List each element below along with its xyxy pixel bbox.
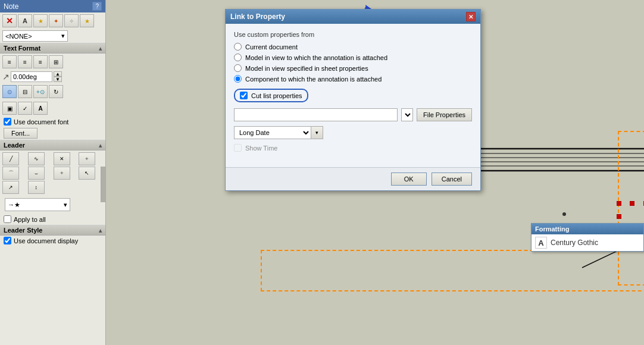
radio-model-view-input[interactable]: [234, 54, 242, 61]
dialog-body: Use custom properties from Current docum…: [226, 24, 480, 167]
rotate-button[interactable]: ↻: [49, 85, 63, 98]
text-format-toolbar: ≡ ≡ ≡ ⊞: [0, 54, 105, 70]
ok-button[interactable]: OK: [391, 172, 427, 186]
align-left-button[interactable]: ≡: [2, 55, 17, 68]
align-justify-button[interactable]: ⊞: [49, 55, 63, 68]
radio-model-view-label: Model in view to which the annotation is…: [245, 54, 387, 61]
radio-component-input[interactable]: [234, 75, 242, 83]
leader-btn-1[interactable]: ╱: [2, 152, 19, 165]
angle-spin-up[interactable]: ▲: [54, 71, 62, 77]
style-section-header: Text Format ▴: [0, 43, 105, 54]
property-input[interactable]: [234, 108, 398, 121]
radio-component-label: Component to which the annotation is att…: [245, 76, 382, 83]
leader-btn-8[interactable]: ↖: [79, 167, 95, 180]
angle-input[interactable]: [11, 71, 52, 82]
leader-btn-9[interactable]: ↗: [2, 181, 19, 194]
orange-rect-bottom: [261, 250, 644, 291]
align-center-button[interactable]: ≡: [18, 55, 32, 68]
main-canvas: Link to Property ✕ Use custom properties…: [106, 0, 644, 345]
cut-list-checkbox[interactable]: [240, 92, 248, 99]
leader-btn-3[interactable]: ✕: [54, 152, 70, 165]
formatting-panel: Formatting A Century Gothic: [531, 223, 644, 252]
formatting-title: Formatting: [532, 224, 643, 234]
leader-collapse-arrow[interactable]: ▴: [99, 142, 102, 149]
tool-star2-button[interactable]: ✦: [49, 14, 63, 27]
font-icon: A: [535, 237, 547, 249]
radio-current-doc[interactable]: Current document: [234, 43, 472, 51]
font-button[interactable]: Font...: [4, 128, 37, 139]
leader-btn-6[interactable]: ⌣: [28, 167, 45, 180]
leader-btn-5[interactable]: ⌒: [2, 167, 19, 180]
tool-a-button[interactable]: A: [18, 14, 32, 27]
cut-list-label: Cut list properties: [251, 92, 302, 99]
stack-button[interactable]: ⊟: [18, 85, 32, 98]
leader-style-collapse-arrow[interactable]: ▴: [99, 227, 102, 234]
angle-icon: ↗: [2, 72, 10, 81]
apply-to-all-checkbox[interactable]: [4, 215, 11, 223]
sidebar-scroll[interactable]: [101, 167, 105, 202]
angle-spin-down[interactable]: ▼: [54, 77, 62, 82]
radio-model-view[interactable]: Model in view to which the annotation is…: [234, 54, 472, 61]
tool-star4-button[interactable]: ★: [80, 14, 94, 27]
arrow-dropdown[interactable]: →★ ▾: [5, 198, 70, 211]
date-dropdown-button[interactable]: ▾: [311, 126, 323, 139]
note-header: Note ?: [0, 0, 105, 12]
format-toolbar-2: ⊙ ⊟ +⊙ ↻: [0, 83, 105, 100]
none-row: <NONE> ▾: [0, 29, 105, 43]
cancel-button[interactable]: Cancel: [432, 172, 472, 186]
sidebar: Note ? ✕ A ★ ✦ ✧ ★ <NONE> ▾ Text Format …: [0, 0, 106, 345]
style-dropdown-arrow: ▾: [61, 32, 65, 40]
style-dropdown-label: <NONE>: [5, 33, 32, 40]
orange-rect-right: [618, 131, 644, 286]
sel-dot-5: [617, 214, 621, 219]
radio-model-sheet-input[interactable]: [234, 64, 242, 72]
check-button[interactable]: ✓: [18, 102, 32, 115]
leader-btn-7[interactable]: ✦: [54, 167, 70, 180]
show-time-row: Show Time: [234, 144, 472, 152]
close-button[interactable]: ✕: [2, 14, 17, 27]
tool-star1-button[interactable]: ★: [33, 14, 48, 27]
radio-current-doc-input[interactable]: [234, 43, 242, 51]
text-button[interactable]: A: [33, 102, 48, 115]
apply-to-all-row: Apply to all: [0, 214, 105, 225]
use-doc-font-checkbox[interactable]: [4, 118, 11, 126]
box-button[interactable]: ▣: [2, 102, 17, 115]
radio-current-doc-label: Current document: [245, 43, 298, 51]
style-collapse-arrow[interactable]: ▴: [99, 45, 102, 52]
arrow-icon: →★: [8, 201, 20, 209]
show-time-checkbox[interactable]: [234, 144, 242, 152]
use-doc-display-checkbox[interactable]: [4, 237, 11, 244]
format-toolbar-3: ▣ ✓ A: [0, 100, 105, 117]
file-properties-button[interactable]: File Properties: [417, 108, 472, 121]
use-doc-font-row: Use document font: [0, 117, 105, 127]
apply-to-all-label: Apply to all: [14, 216, 46, 223]
leader-style-label: Leader Style: [4, 227, 42, 234]
leader-btn-4[interactable]: ✦: [79, 152, 95, 165]
style-dropdown[interactable]: <NONE> ▾: [2, 30, 68, 42]
leader-section-header: Leader ▴: [0, 140, 105, 150]
arrow-dropdown-arrow: ▾: [64, 201, 67, 209]
link-button[interactable]: ⊙: [2, 85, 17, 98]
dialog-close-button[interactable]: ✕: [466, 12, 476, 21]
leader-btn-2[interactable]: ∿: [28, 152, 45, 165]
style-section-label: Text Format: [4, 45, 40, 52]
tool-star3-button[interactable]: ✧: [64, 14, 79, 27]
leader-btn-10[interactable]: ↕: [28, 181, 45, 194]
cut-list-row: Cut list properties: [234, 89, 308, 102]
note-title: Note: [4, 2, 18, 11]
radio-model-sheet[interactable]: Model in view specified in sheet propert…: [234, 64, 472, 72]
help-button[interactable]: ?: [92, 2, 102, 11]
align-right-button[interactable]: ≡: [33, 55, 48, 68]
date-format-select[interactable]: Long Date Short Date: [234, 126, 311, 139]
super-button[interactable]: +⊙: [33, 85, 48, 98]
dialog-title: Link to Property: [230, 12, 285, 21]
leader-grid: ╱ ∿ ✕ ✦ ⌒ ⌣ ✦ ↖ ↗ ↕: [0, 150, 105, 196]
font-name-label: Century Gothic: [551, 239, 598, 247]
radio-component[interactable]: Component to which the annotation is att…: [234, 75, 472, 83]
link-to-property-dialog: Link to Property ✕ Use custom properties…: [225, 9, 481, 191]
show-time-label: Show Time: [245, 145, 277, 152]
property-dropdown-arrow[interactable]: [401, 108, 413, 121]
note-toolbar: ✕ A ★ ✦ ✧ ★: [0, 12, 105, 29]
arrow-style-row: →★ ▾: [0, 196, 105, 214]
leader-style-section-header: Leader Style ▴: [0, 225, 105, 236]
